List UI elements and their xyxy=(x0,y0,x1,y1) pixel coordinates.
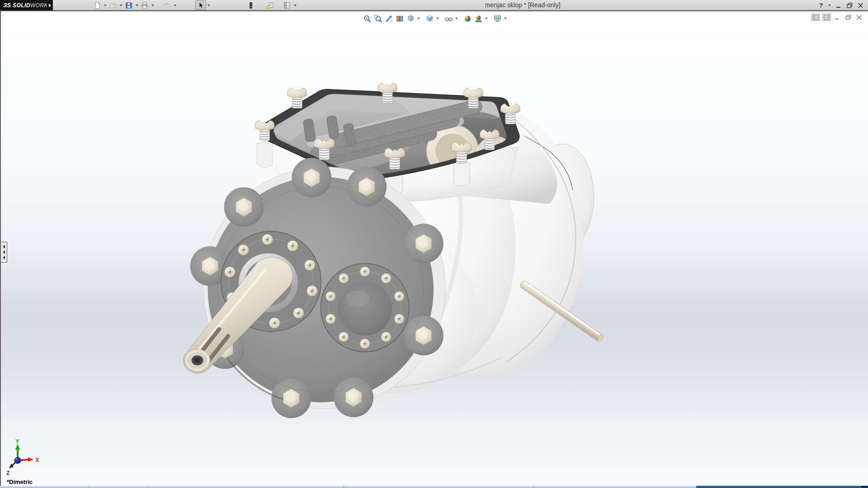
orientation-cube-icon xyxy=(406,14,415,23)
solidworks-logo: ЗSSOLIDWORKS xyxy=(0,0,47,10)
view-orientation-button[interactable] xyxy=(405,13,416,24)
section-view-button[interactable] xyxy=(394,13,405,24)
zoom-to-area-button[interactable] xyxy=(373,13,383,24)
ds-logo-mark: ЗS xyxy=(3,2,11,9)
minimize-button[interactable] xyxy=(835,2,843,9)
apply-scene-button[interactable] xyxy=(473,13,484,24)
right-arrow-icon xyxy=(49,4,51,7)
help-dropdown[interactable] xyxy=(827,0,832,10)
restore-icon xyxy=(845,15,851,20)
hand-document-icon xyxy=(266,2,274,9)
titlebar: ЗSSOLIDWORKS xyxy=(0,0,868,10)
options-button[interactable] xyxy=(282,0,292,10)
new-dropdown[interactable] xyxy=(103,0,108,10)
pane-right-icon xyxy=(824,15,830,20)
restore-icon xyxy=(847,3,853,8)
scene-sphere-icon xyxy=(474,14,483,23)
view-settings-dropdown[interactable] xyxy=(503,13,508,24)
properties-button[interactable] xyxy=(264,0,275,10)
document-window-controls xyxy=(811,14,863,21)
magnifier-area-icon xyxy=(374,14,382,23)
apply-scene-dropdown[interactable] xyxy=(484,13,489,24)
traffic-light-icon xyxy=(247,2,255,9)
taskbar-tray xyxy=(696,486,861,488)
monitor-icon xyxy=(493,14,502,23)
window-title: menjac sklop * [Read-only] xyxy=(485,0,561,10)
taskbar-strip[interactable] xyxy=(0,486,868,488)
zoom-to-fit-button[interactable] xyxy=(362,13,373,24)
select-dropdown[interactable] xyxy=(206,0,211,10)
taskbar-endcap xyxy=(861,486,868,488)
left-arrow-icon xyxy=(3,256,5,259)
new-document-button[interactable] xyxy=(92,0,103,10)
shaded-cube-icon xyxy=(425,14,434,23)
undo-button[interactable] xyxy=(161,0,172,10)
graphics-area[interactable]: Y X Z *Dimetric xyxy=(0,10,868,486)
featuremanager-collapsed-tab[interactable] xyxy=(1,242,7,263)
doc-close-button[interactable] xyxy=(855,14,863,21)
close-icon xyxy=(858,3,863,8)
triad-y-label: Y xyxy=(15,438,19,445)
print-dropdown[interactable] xyxy=(150,0,155,10)
collapse-pane-left-button[interactable] xyxy=(811,14,820,21)
open-document-button[interactable] xyxy=(108,0,118,10)
left-arrow-icon xyxy=(3,250,5,254)
app-window-controls: ? xyxy=(818,0,864,10)
print-button[interactable] xyxy=(139,0,150,10)
doc-minimize-button[interactable] xyxy=(833,14,842,21)
main-toolbar xyxy=(92,0,297,10)
select-button[interactable] xyxy=(195,0,206,10)
view-orientation-dropdown[interactable] xyxy=(416,13,421,24)
save-floppy-icon xyxy=(125,2,132,9)
undo-dropdown[interactable] xyxy=(172,0,177,10)
doc-restore-button[interactable] xyxy=(844,14,853,21)
stoplight-button[interactable] xyxy=(245,0,256,10)
options-checklist-icon xyxy=(283,2,291,9)
bearing-cover-right xyxy=(321,263,409,352)
eyeglasses-icon xyxy=(444,14,453,23)
menu-expand-arrow[interactable] xyxy=(47,0,53,10)
close-icon xyxy=(856,15,862,20)
previous-view-button[interactable] xyxy=(383,13,394,24)
triad-z-label: Z xyxy=(6,470,9,476)
save-button[interactable] xyxy=(123,0,134,10)
pane-left-icon xyxy=(813,15,819,20)
open-folder-icon xyxy=(109,2,117,9)
reference-triad: Y X Z xyxy=(3,437,48,478)
undo-arrow-icon xyxy=(163,2,170,9)
section-cube-icon xyxy=(396,14,404,23)
minimize-icon xyxy=(836,3,842,8)
display-style-dropdown[interactable] xyxy=(435,13,440,24)
help-button[interactable]: ? xyxy=(818,2,824,9)
collapse-pane-right-button[interactable] xyxy=(822,14,831,21)
magnifier-icon xyxy=(363,14,372,23)
hide-show-items-button[interactable] xyxy=(443,13,454,24)
view-arrow-icon xyxy=(385,14,393,23)
printer-icon xyxy=(141,2,148,9)
select-cursor-icon xyxy=(197,2,204,9)
view-settings-button[interactable] xyxy=(492,13,503,24)
color-sphere-icon xyxy=(463,14,472,23)
save-dropdown[interactable] xyxy=(134,0,139,10)
restore-button[interactable] xyxy=(845,2,854,9)
solidworks-window: ЗSSOLIDWORKS xyxy=(0,0,868,488)
gearbox-3d-model[interactable] xyxy=(1,11,868,486)
headsup-view-toolbar xyxy=(362,13,508,24)
new-document-icon xyxy=(94,2,101,9)
view-orientation-label: *Dimetric xyxy=(7,479,33,485)
open-dropdown[interactable] xyxy=(118,0,123,10)
triad-x-label: X xyxy=(35,456,39,463)
hide-show-items-dropdown[interactable] xyxy=(454,13,459,24)
edit-appearance-button[interactable] xyxy=(462,13,473,24)
left-arrow-icon xyxy=(3,245,5,249)
minimize-icon xyxy=(835,15,840,20)
display-style-button[interactable] xyxy=(424,13,435,24)
close-button[interactable] xyxy=(856,2,864,9)
options-dropdown[interactable] xyxy=(292,0,297,10)
